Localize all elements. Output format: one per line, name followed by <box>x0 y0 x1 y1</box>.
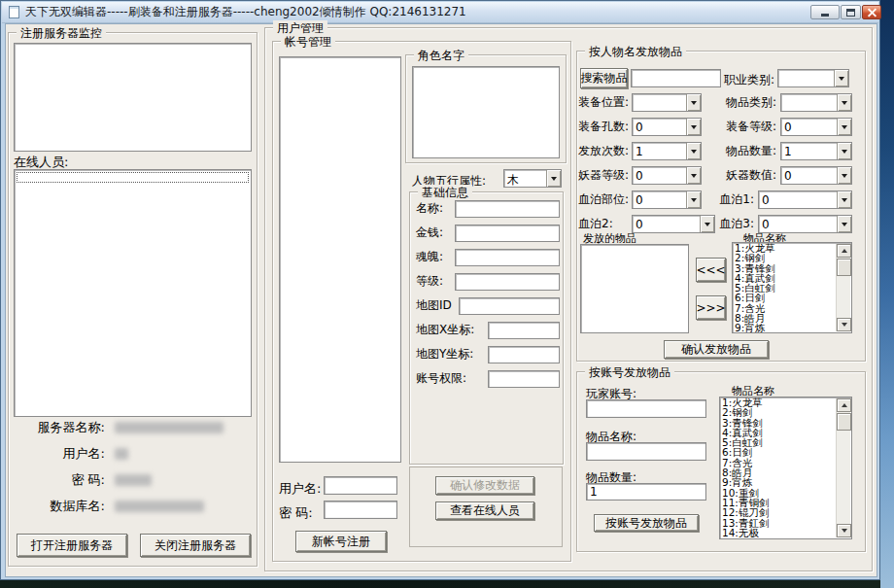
element-combo-button[interactable] <box>546 170 561 187</box>
field-input[interactable] <box>455 249 560 266</box>
list-item[interactable]: 10:重剑 <box>720 488 836 498</box>
combo-10[interactable]: 0 <box>758 190 852 209</box>
job-class-combo[interactable] <box>777 69 849 87</box>
combo-dropdown-button[interactable] <box>837 216 851 232</box>
chevron-down-icon <box>842 198 847 202</box>
search-item-input[interactable] <box>631 69 721 87</box>
item-catalog-list-bottom[interactable]: 1:火龙草2:钢剑3:青锋剑4:真武剑5:白虹剑6:日剑7:含光8:皓月9:宵炼… <box>719 397 852 539</box>
combo-dropdown-button[interactable] <box>700 216 714 232</box>
catalog-scrollbar-bottom[interactable] <box>836 398 850 537</box>
scroll-down-button[interactable] <box>837 318 851 331</box>
combo-8[interactable]: 0 <box>780 166 852 185</box>
list-item[interactable]: 9:宵炼 <box>720 477 836 487</box>
scroll-thumb[interactable] <box>837 259 851 276</box>
close-register-server-button[interactable]: 关闭注册服务器 <box>140 534 251 557</box>
combo-dropdown-button[interactable] <box>837 191 851 208</box>
combo-2[interactable] <box>780 93 852 112</box>
list-item[interactable]: 7:含光 <box>720 458 836 467</box>
move-item-out-button[interactable]: >>> <box>696 295 726 320</box>
list-item[interactable]: 13:青釭剑 <box>720 518 836 528</box>
list-item[interactable]: 14:无极 <box>720 528 836 537</box>
combo-dropdown-button[interactable] <box>686 119 701 135</box>
chevron-down-icon <box>551 177 557 181</box>
list-item[interactable]: 4:真武剑 <box>733 273 836 283</box>
confirm-edit-button[interactable]: 确认修改数据 <box>435 476 534 495</box>
scroll-up-button[interactable] <box>837 398 851 412</box>
combo-1[interactable] <box>632 93 702 112</box>
combo-4[interactable]: 0 <box>780 118 852 136</box>
register-account-button[interactable]: 新帐号注册 <box>295 531 387 552</box>
element-attribute-combo[interactable]: 木 <box>503 169 562 188</box>
list-item[interactable]: 11:青铜剑 <box>720 498 836 507</box>
list-item[interactable]: 4:真武剑 <box>720 428 836 437</box>
item-qty-input[interactable]: 1 <box>586 483 706 501</box>
minimize-button[interactable] <box>810 5 840 19</box>
combo-dropdown-button[interactable] <box>837 167 851 184</box>
combo-7[interactable]: 0 <box>632 166 702 185</box>
list-item[interactable]: 5:白虹剑 <box>720 437 836 447</box>
combo-dropdown-button[interactable] <box>686 191 701 208</box>
combo-dropdown-button[interactable] <box>837 94 851 111</box>
combo-dropdown-button[interactable] <box>837 119 851 135</box>
account-list[interactable] <box>279 56 401 463</box>
field-input[interactable] <box>455 225 560 242</box>
item-catalog-list-top[interactable]: 1:火龙草2:钢剑3:青锋剑4:真武剑5:白虹剑6:日剑7:含光8:皓月9:宵炼… <box>732 242 852 333</box>
server-monitor-list[interactable] <box>14 43 252 152</box>
chevron-down-icon <box>839 77 844 81</box>
catalog-scrollbar-top[interactable] <box>836 244 850 331</box>
maximize-button[interactable] <box>841 5 861 19</box>
scroll-down-button[interactable] <box>837 524 851 537</box>
online-users-focus-row[interactable] <box>17 172 249 183</box>
search-item-button[interactable]: 搜索物品 <box>580 68 628 88</box>
combo-6[interactable]: 1 <box>780 142 852 160</box>
list-item[interactable]: 12:锟刀剑 <box>720 507 836 517</box>
move-item-in-button[interactable]: <<< <box>696 258 726 282</box>
job-class-combo-button[interactable] <box>834 70 848 86</box>
list-item[interactable]: 2:钢剑 <box>733 253 836 262</box>
list-item[interactable]: 8:皓月 <box>733 313 836 323</box>
role-name-list[interactable] <box>412 66 560 158</box>
username-input[interactable] <box>324 476 397 495</box>
list-item[interactable]: 1:火龙草 <box>720 398 836 407</box>
confirm-give-button[interactable]: 确认发放物品 <box>664 340 769 359</box>
combo-dropdown-button[interactable] <box>686 167 701 184</box>
combo-3[interactable]: 0 <box>632 118 702 136</box>
field-input[interactable] <box>455 200 560 218</box>
combo-dropdown-button[interactable] <box>837 143 851 159</box>
title-bar[interactable]: 天下无双编辑器-----刷装备和注册服务器-----cheng2002倾情制作 … <box>2 2 878 23</box>
list-item[interactable]: 2:钢剑 <box>720 407 836 417</box>
combo-5[interactable]: 1 <box>632 142 702 160</box>
player-account-input[interactable] <box>586 399 706 418</box>
list-item[interactable]: 7:含光 <box>733 303 836 313</box>
give-by-account-button[interactable]: 按账号发放物品 <box>594 514 699 532</box>
list-item[interactable]: 5:白虹剑 <box>733 283 836 293</box>
open-register-server-button[interactable]: 打开注册服务器 <box>17 534 127 557</box>
password-input[interactable] <box>324 501 397 519</box>
list-item[interactable]: 6:日剑 <box>720 447 836 457</box>
list-item[interactable]: 9:宵炼 <box>733 323 836 332</box>
combo-11[interactable]: 0 <box>632 215 715 233</box>
field-input[interactable] <box>455 273 560 291</box>
online-users-list[interactable] <box>14 169 252 417</box>
list-item[interactable]: 3:青锋剑 <box>720 418 836 428</box>
close-button[interactable] <box>862 5 881 19</box>
combo-dropdown-button[interactable] <box>686 143 701 159</box>
combo-value: 0 <box>633 191 686 208</box>
combo-label: 血泊3: <box>716 216 758 232</box>
field-input[interactable] <box>488 322 560 339</box>
list-item[interactable]: 3:青锋剑 <box>733 263 836 273</box>
view-online-button[interactable]: 查看在线人员 <box>435 502 534 520</box>
combo-dropdown-button[interactable] <box>686 94 701 111</box>
scroll-thumb[interactable] <box>837 413 851 431</box>
list-item[interactable]: 8:皓月 <box>720 467 836 477</box>
field-input[interactable] <box>488 346 560 363</box>
basic-info-row: 金钱: <box>416 221 560 245</box>
combo-9[interactable]: 0 <box>632 190 702 209</box>
scroll-up-button[interactable] <box>837 244 851 258</box>
field-input[interactable] <box>459 297 560 315</box>
give-items-list[interactable] <box>580 244 689 333</box>
item-name-input[interactable] <box>586 442 706 461</box>
field-input[interactable] <box>488 370 560 388</box>
list-item[interactable]: 1:火龙草 <box>733 243 836 253</box>
list-item[interactable]: 6:日剑 <box>733 293 836 302</box>
